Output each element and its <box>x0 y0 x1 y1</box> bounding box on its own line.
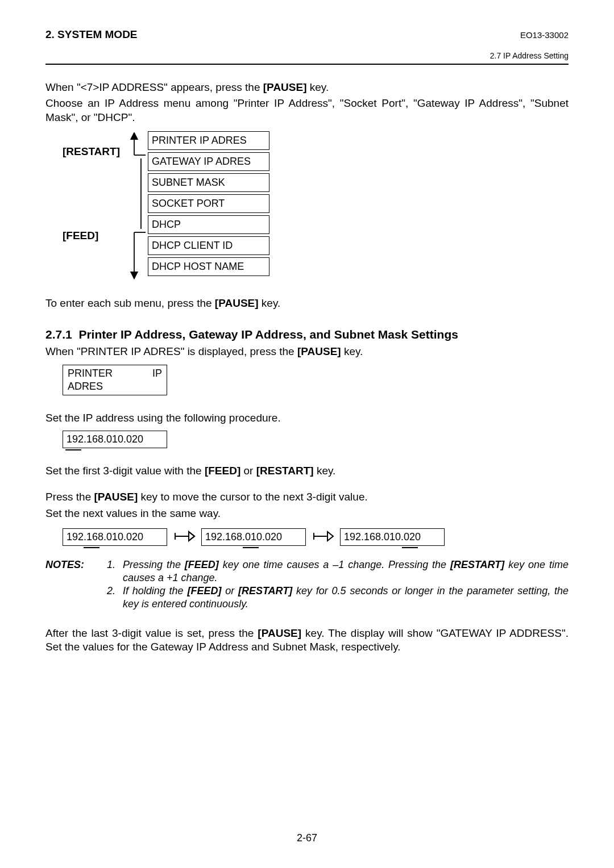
text: key to move the cursor to the next 3-dig… <box>138 491 367 503</box>
chapter-title: 2. SYSTEM MODE <box>45 28 138 41</box>
menu-item: SOCKET PORT <box>148 194 269 213</box>
menu-item: DHCP HOST NAME <box>148 257 269 276</box>
section-number: 2.7.1 <box>45 328 72 341</box>
set-ip-line: Set the IP address using the following p… <box>45 411 569 425</box>
nav-arrows-icon <box>127 132 147 280</box>
restart-key: [RESTART] <box>238 585 292 596</box>
text: If holding the <box>123 585 187 596</box>
text: key. <box>341 345 363 357</box>
ip-display-box: 192.168.010.020 <box>63 528 167 546</box>
doc-number: EO13-33002 <box>520 30 569 40</box>
pause-key: [PAUSE] <box>297 345 341 357</box>
text: When "<7>IP ADDRESS" appears, press the <box>45 81 263 93</box>
notes-label: NOTES: <box>45 559 84 570</box>
menu-column: PRINTER IP ADRES GATEWAY IP ADRES SUBNET… <box>148 131 269 278</box>
ip-value: 192.168.010.020 <box>67 531 143 542</box>
text: When "PRINTER IP ADRES" is displayed, pr… <box>45 345 297 357</box>
pause-key: [PAUSE] <box>263 81 307 93</box>
menu-navigation-diagram: [RESTART] [FEED] <box>63 131 569 278</box>
enter-submenu-line: To enter each sub menu, press the [PAUSE… <box>45 297 569 310</box>
arrow-right-icon <box>306 528 340 543</box>
menu-item: DHCP CLIENT ID <box>148 236 269 255</box>
note-body: If holding the [FEED] or [RESTART] key f… <box>123 585 569 611</box>
restart-key: [RESTART] <box>450 559 504 570</box>
feed-key: [FEED] <box>187 585 221 596</box>
menu-item: SUBNET MASK <box>148 173 269 192</box>
cursor-underline-icon <box>65 449 81 450</box>
note-number: 1. <box>107 558 123 585</box>
section-heading: 2.7.1 Printer IP Address, Gateway IP Add… <box>45 327 569 343</box>
set-next-line: Set the next values in the same way. <box>45 507 569 520</box>
text: or <box>240 465 256 477</box>
intro-line-2: Choose an IP Address menu among "Printer… <box>45 97 569 124</box>
note-number: 2. <box>107 585 123 611</box>
ip-display-box: 192.168.010.020 <box>201 528 306 546</box>
ip-value: 192.168.010.020 <box>344 531 421 542</box>
restart-key: [RESTART] <box>256 465 314 477</box>
text: key. <box>314 465 336 477</box>
ip-display-box: 192.168.010.020 <box>340 528 445 546</box>
pause-key: [PAUSE] <box>258 627 301 639</box>
arrow-right-icon <box>167 528 201 543</box>
section-title: Printer IP Address, Gateway IP Address, … <box>78 328 458 341</box>
ip-value: 192.168.010.020 <box>205 531 282 542</box>
feed-key: [FEED] <box>205 465 240 477</box>
note-body: Pressing the [FEED] key one time causes … <box>123 558 569 585</box>
cursor-underline-icon <box>402 547 418 548</box>
pause-key: [PAUSE] <box>215 297 259 309</box>
feed-key: [FEED] <box>185 559 219 570</box>
menu-item: PRINTER IP ADRES <box>148 131 269 150</box>
notes-block: NOTES: 1. Pressing the [FEED] key one ti… <box>45 558 569 611</box>
text: key one time causes a –1 change. Pressin… <box>219 559 450 570</box>
text: key. <box>259 297 281 309</box>
text: After the last 3-digit value is set, pre… <box>45 627 258 639</box>
ip-progression-row: 192.168.010.020 192.168.010.020 192.168.… <box>63 528 569 546</box>
section-intro: When "PRINTER IP ADRES" is displayed, pr… <box>45 345 569 358</box>
lcd-display-box: PRINTER IP ADRES <box>63 365 167 395</box>
text: Set the first 3-digit value with the <box>45 465 205 477</box>
page-number: 2-67 <box>0 832 614 844</box>
intro-line-1: When "<7>IP ADDRESS" appears, press the … <box>45 81 569 94</box>
text: To enter each sub menu, press the <box>45 297 215 309</box>
ip-display-box: 192.168.010.020 <box>63 431 167 448</box>
press-pause-line: Press the [PAUSE] key to move the cursor… <box>45 490 569 504</box>
cursor-underline-icon <box>84 547 99 548</box>
page-header: 2. SYSTEM MODE EO13-33002 <box>45 28 569 41</box>
menu-item: DHCP <box>148 215 269 234</box>
text: key. <box>307 81 329 93</box>
header-rule <box>45 64 569 65</box>
text: or <box>221 585 238 596</box>
closing-paragraph: After the last 3-digit value is set, pre… <box>45 627 569 654</box>
ip-value: 192.168.010.020 <box>67 433 143 445</box>
text: Pressing the <box>123 559 185 570</box>
pause-key: [PAUSE] <box>94 491 138 503</box>
menu-item: GATEWAY IP ADRES <box>148 152 269 171</box>
nav-column: [RESTART] [FEED] <box>63 131 148 278</box>
cursor-underline-icon <box>243 547 259 548</box>
set-first-digit-line: Set the first 3-digit value with the [FE… <box>45 464 569 478</box>
section-breadcrumb: 2.7 IP Address Setting <box>45 51 569 60</box>
text: Press the <box>45 491 94 503</box>
